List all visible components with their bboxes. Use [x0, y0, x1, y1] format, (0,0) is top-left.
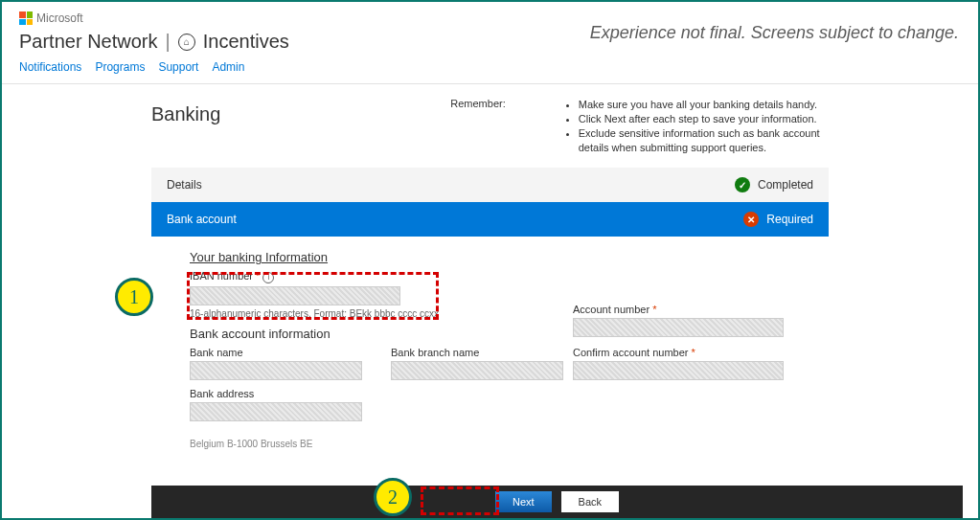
bank-branch-label: Bank branch name: [391, 347, 563, 358]
crumb-partner-network: Partner Network: [19, 31, 158, 53]
section-bank-label: Bank account: [167, 213, 237, 226]
remember-item: Make sure you have all your banking deta…: [579, 98, 829, 112]
confirm-account-number-input[interactable]: [573, 361, 784, 380]
callout-2: 2: [374, 478, 412, 516]
callout-1: 1: [115, 278, 153, 316]
crumb-incentives: Incentives: [203, 31, 289, 53]
error-icon: ✕: [743, 212, 759, 227]
section-bank-status: Required: [766, 213, 813, 226]
section-details-label: Details: [167, 178, 202, 192]
section-details[interactable]: Details ✓ Completed: [151, 168, 829, 202]
remember-label: Remember:: [450, 98, 505, 154]
brand-text: Microsoft: [36, 11, 83, 25]
microsoft-squares-icon: [19, 11, 33, 25]
bank-branch-input[interactable]: [391, 361, 563, 380]
remember-block: Remember: Make sure you have all your ba…: [450, 98, 829, 154]
your-banking-info-heading: Your banking Information: [190, 250, 809, 264]
remember-item: Exclude sensitive information such as ba…: [579, 126, 829, 155]
bank-address-input[interactable]: [190, 402, 362, 421]
next-button[interactable]: Next: [495, 491, 552, 512]
top-nav: Notifications Programs Support Admin: [19, 60, 961, 74]
confirm-account-number-label: Confirm account number *: [573, 347, 784, 358]
check-icon: ✓: [735, 177, 750, 192]
home-icon[interactable]: ⌂: [178, 34, 195, 51]
nav-admin[interactable]: Admin: [212, 60, 244, 74]
bank-name-input[interactable]: [190, 361, 362, 380]
iban-input[interactable]: [190, 286, 400, 305]
bank-name-label: Bank name: [190, 347, 362, 358]
iban-label: IBAN number * i: [190, 270, 809, 283]
section-bank-account[interactable]: Bank account ✕ Required: [151, 202, 829, 237]
page-title: Banking: [151, 98, 220, 125]
section-details-status: Completed: [758, 178, 813, 192]
action-bar: Next Back: [151, 486, 963, 518]
info-icon[interactable]: i: [262, 272, 274, 283]
remember-item: Click Next after each step to save your …: [579, 112, 829, 126]
back-button[interactable]: Back: [561, 491, 619, 512]
nav-support[interactable]: Support: [158, 60, 198, 74]
account-number-input[interactable]: [573, 318, 784, 337]
account-number-label: Account number *: [573, 304, 784, 315]
nav-programs[interactable]: Programs: [95, 60, 145, 74]
bank-address-value: Belgium B-1000 Brussels BE: [190, 439, 809, 449]
disclaimer-text: Experience not final. Screens subject to…: [590, 23, 959, 43]
nav-notifications[interactable]: Notifications: [19, 60, 81, 74]
